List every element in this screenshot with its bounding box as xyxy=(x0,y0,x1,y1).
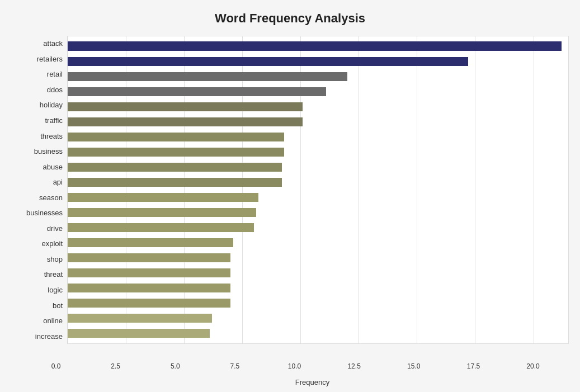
bar-row xyxy=(68,99,568,114)
bar-exploit xyxy=(68,238,233,247)
y-label-threats: threats xyxy=(40,128,63,144)
x-tick: 20.0 xyxy=(526,362,539,370)
y-label-ddos: ddos xyxy=(47,82,63,98)
bar-row xyxy=(68,205,568,220)
bar-row xyxy=(68,159,568,174)
bar-row xyxy=(68,144,568,159)
bar-row xyxy=(68,326,568,341)
bar-row xyxy=(68,235,568,251)
bar-row xyxy=(68,114,568,129)
bar-row xyxy=(68,190,568,205)
bar-row xyxy=(68,296,568,311)
bar-threats xyxy=(68,133,284,141)
bar-shop xyxy=(68,253,230,262)
bar-business xyxy=(68,148,284,157)
x-tick: 0.0 xyxy=(51,362,61,370)
bar-row xyxy=(68,174,568,190)
y-label-holiday: holiday xyxy=(40,97,63,113)
bar-api xyxy=(68,178,282,187)
bar-row xyxy=(68,220,568,235)
bar-row xyxy=(68,69,568,84)
y-label-drive: drive xyxy=(47,221,63,237)
bar-increase xyxy=(68,329,210,338)
bar-retail xyxy=(68,72,347,81)
bars-container xyxy=(68,36,568,343)
bottom-section: 0.02.55.07.510.012.515.017.520.0 Frequen… xyxy=(56,362,569,386)
bar-row xyxy=(68,281,568,296)
plot-area xyxy=(67,36,569,344)
bar-row xyxy=(68,251,568,266)
bar-businesses xyxy=(68,208,256,217)
x-tick: 17.5 xyxy=(467,362,480,370)
y-label-business: business xyxy=(34,144,63,159)
bar-row xyxy=(68,84,568,99)
bar-row xyxy=(68,54,568,69)
y-label-threat: threat xyxy=(44,267,63,282)
bar-row xyxy=(68,129,568,144)
y-label-exploit: exploit xyxy=(41,236,63,252)
bar-retailers xyxy=(68,57,468,66)
y-label-attack: attack xyxy=(43,36,63,51)
x-tick: 10.0 xyxy=(288,362,301,370)
y-label-online: online xyxy=(43,313,63,329)
bar-row xyxy=(68,311,568,326)
y-label-traffic: traffic xyxy=(45,113,63,129)
x-axis-label: Frequency xyxy=(56,378,569,386)
y-label-abuse: abuse xyxy=(43,159,63,174)
y-label-shop: shop xyxy=(47,252,63,267)
y-label-api: api xyxy=(53,174,63,190)
bar-bot xyxy=(68,299,230,308)
x-tick: 2.5 xyxy=(111,362,120,370)
bar-logic xyxy=(68,284,230,292)
bar-season xyxy=(68,193,258,202)
bar-drive xyxy=(68,223,254,232)
y-label-retail: retail xyxy=(47,67,63,82)
x-tick: 5.0 xyxy=(171,362,180,370)
bar-attack xyxy=(68,41,562,50)
chart-container: Word Frequency Analysis attackretailersr… xyxy=(0,0,580,392)
bar-abuse xyxy=(68,163,282,172)
y-label-retailers: retailers xyxy=(37,51,63,67)
y-label-season: season xyxy=(39,190,63,205)
bar-row xyxy=(68,39,568,54)
bar-threat xyxy=(68,268,230,277)
grid-and-bars xyxy=(68,36,568,343)
bar-traffic xyxy=(68,117,303,126)
y-label-logic: logic xyxy=(48,282,63,298)
bar-holiday xyxy=(68,102,303,111)
x-tick: 15.0 xyxy=(407,362,420,370)
y-label-bot: bot xyxy=(53,297,63,313)
bar-online xyxy=(68,314,212,323)
y-label-businesses: businesses xyxy=(26,205,63,221)
x-tick: 12.5 xyxy=(347,362,360,370)
chart-title: Word Frequency Analysis xyxy=(11,11,569,26)
bar-row xyxy=(68,266,568,281)
x-tick: 7.5 xyxy=(230,362,240,370)
bar-ddos xyxy=(68,87,326,96)
chart-area: attackretailersretailddosholidaytraffict… xyxy=(11,36,569,344)
y-label-increase: increase xyxy=(35,328,63,344)
y-axis-labels: attackretailersretailddosholidaytraffict… xyxy=(11,36,67,344)
